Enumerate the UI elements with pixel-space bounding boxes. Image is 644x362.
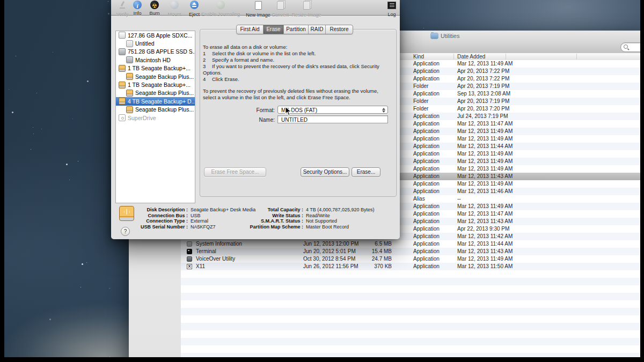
file-date-added: Mar 12, 2013 11:44 AM	[457, 240, 513, 248]
file-date-added: Mar 12, 2013 11:49 AM	[457, 203, 513, 210]
toolbar-button[interactable]: Log	[367, 1, 400, 17]
finder-window-title: Utilities	[441, 33, 459, 39]
pane-tab-label: RAID	[311, 26, 324, 32]
file-row[interactable]: Terminal Jun 20, 2012 5:01 PM 15.4 MB Ap…	[181, 248, 644, 255]
disk-icon	[119, 82, 126, 88]
file-kind: Application	[413, 263, 440, 270]
file-date-added: Mar 12, 2013 11:49 AM	[457, 180, 513, 188]
file-icon	[187, 241, 192, 247]
step-number: 4	[203, 76, 212, 83]
security-options-button[interactable]: Security Options...	[301, 167, 349, 177]
column-separator[interactable]	[506, 54, 506, 60]
file-date-added: Jul 24, 2013 7:19 PM	[457, 113, 508, 120]
disk-info-panel: ? Disk Description : Seagate Backup+ Des…	[111, 202, 400, 239]
file-kind: Application	[413, 75, 440, 83]
instruction-step: 3If you want to prevent the recovery of …	[203, 63, 392, 76]
file-kind: Application	[413, 188, 440, 195]
file-date-added: Mar 12, 2013 11:49 AM	[457, 165, 513, 173]
disk-list-item[interactable]: Seagate Backup Plus...	[116, 89, 195, 97]
pane-tabs: First Aid Erase Partition RAID Restore	[236, 25, 353, 34]
column-separator[interactable]	[453, 54, 454, 60]
disk-list-item[interactable]: Macintosh HD	[116, 56, 195, 64]
pane-tab[interactable]: RAID	[309, 25, 326, 34]
disk-list-item[interactable]: 1 TB Seagate Backup+...	[116, 64, 195, 72]
disk-list-item[interactable]: Seagate Backup Plus...	[116, 72, 195, 80]
letterbox-left	[0, 0, 4, 362]
disk-info-value: 4 TB (4,000,787,025,920 Bytes)	[306, 207, 374, 213]
file-kind: Folder	[413, 83, 428, 90]
disk-label: 127.86 GB Apple SDXC...	[128, 32, 192, 39]
disk-info-value: External	[191, 218, 208, 224]
file-size: 370 KB	[342, 263, 392, 270]
disk-utility-toolbar: Verify Info Burn Mount Eject	[111, 0, 400, 16]
step-number: 1	[203, 50, 212, 57]
disk-label: 751.28 GB APPLE SSD S...	[128, 48, 195, 55]
toolbar-icon	[303, 1, 310, 10]
pane-tab[interactable]: Erase	[264, 25, 284, 34]
file-date-added: Sep 13, 2013 2:08 AM	[457, 90, 510, 98]
file-row[interactable]: System Information Jun 12, 2013 12:00 PM…	[181, 240, 644, 248]
disk-utility-window: Verify Info Burn Mount Eject	[111, 0, 400, 239]
file-date-added: Apr 20, 2013 7:19 PM	[457, 83, 509, 90]
file-date-added: --	[457, 195, 461, 203]
disk-info-label: Disk Description :	[122, 207, 188, 213]
file-row[interactable]: VoiceOver Utility Oct 30, 2012 8:54 PM 2…	[181, 255, 644, 263]
disk-info-row: Total Capacity : 4 TB (4,000,787,025,920…	[224, 207, 374, 213]
file-kind: Application	[413, 240, 440, 248]
file-kind: Application	[413, 203, 440, 210]
letterbox-bottom	[0, 357, 644, 362]
toolbar-icon	[387, 2, 396, 9]
instructions-paragraph: To prevent the recovery of previously de…	[203, 88, 392, 101]
column-separator[interactable]	[576, 54, 577, 60]
disk-info-value: NA5KFQZ7	[191, 224, 216, 230]
file-kind: Folder	[413, 98, 428, 105]
file-name: VoiceOver Utility	[196, 255, 235, 263]
file-icon	[187, 264, 192, 269]
file-date-added: Mar 12, 2013 11:44 AM	[457, 143, 513, 150]
file-date-added: Apr 20, 2013 7:19 PM	[457, 98, 509, 105]
disk-list-item[interactable]: 751.28 GB APPLE SSD S...	[116, 48, 195, 56]
erase-button[interactable]: Erase...	[352, 167, 380, 177]
pane-tab-label: First Aid	[240, 26, 259, 32]
disk-info-value: Read/Write	[306, 213, 330, 219]
file-kind: Application	[413, 68, 440, 75]
disk-list-item[interactable]: 4 TB Seagate Backup+ D...	[116, 97, 195, 105]
disk-list-item[interactable]: SuperDrive	[116, 114, 195, 122]
format-dropdown[interactable]: MS-DOS (FAT)	[277, 106, 388, 114]
column-header-date-added[interactable]: Date Added	[457, 53, 485, 60]
disk-icon	[126, 90, 133, 97]
file-kind: Application	[413, 120, 440, 128]
file-date-added: Mar 12, 2013 11:49 AM	[457, 128, 513, 135]
step-number: 2	[203, 57, 212, 63]
step-text: Specify a format and name.	[212, 57, 274, 63]
disk-list-item[interactable]: Seagate Backup Plus...	[116, 106, 195, 114]
file-kind: Application	[413, 165, 440, 173]
file-kind: Folder	[413, 105, 428, 113]
disk-info-label: USB Serial Number :	[122, 224, 188, 230]
pane-tab[interactable]: Restore	[326, 25, 353, 34]
file-kind: Application	[413, 113, 440, 120]
disk-label: 1 TB Seagate Backup+...	[128, 82, 191, 88]
file-kind: Application	[413, 248, 440, 255]
column-header-kind[interactable]: Kind	[413, 53, 424, 60]
name-label: Name:	[218, 117, 275, 123]
file-kind: Application	[413, 218, 440, 225]
pane-tab[interactable]: First Aid	[237, 25, 264, 34]
file-kind: Application	[413, 180, 440, 188]
file-size: 6.5 MB	[342, 240, 392, 248]
disk-info-value: Master Boot Record	[306, 224, 349, 230]
disk-list-item[interactable]: Untitled	[116, 39, 195, 47]
pane-tab[interactable]: Partition	[284, 25, 309, 34]
name-input[interactable]: UNTITLED	[277, 115, 388, 123]
disk-info-row: S.M.A.R.T. Status : Not Supported	[224, 218, 374, 224]
disk-icon	[126, 106, 133, 113]
toolbar-button[interactable]: Resize Image	[282, 1, 331, 18]
disk-list-item[interactable]: 1 TB Seagate Backup+...	[116, 80, 195, 88]
file-row[interactable]: X11 Jun 26, 2012 11:56 PM 370 KB Applica…	[181, 263, 644, 270]
search-icon	[624, 45, 628, 49]
toolbar-button-label: Log	[367, 12, 400, 17]
erase-free-space-button[interactable]: Erase Free Space...	[204, 167, 266, 177]
file-name: System Information	[196, 240, 242, 248]
file-kind: Application	[413, 210, 440, 218]
disk-list-item[interactable]: 127.86 GB Apple SDXC...	[116, 31, 195, 39]
